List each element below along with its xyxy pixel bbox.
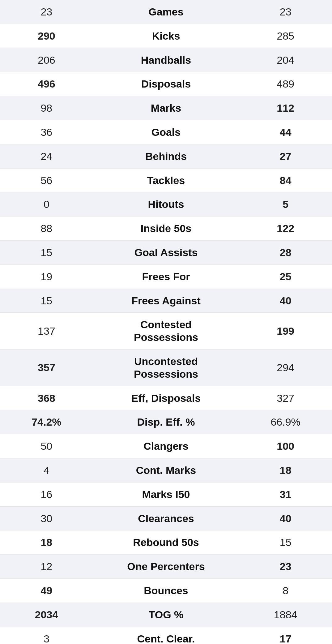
table-row: 4Cont. Marks18 — [0, 458, 332, 482]
table-row: 357UncontestedPossessions294 — [0, 349, 332, 386]
stat-left-value: 0 — [0, 192, 93, 217]
stat-right-value: 40 — [239, 289, 332, 313]
stat-left-value: 74.2% — [0, 410, 93, 434]
table-row: 15Frees Against40 — [0, 289, 332, 313]
table-row: 368Eff, Disposals327 — [0, 386, 332, 410]
stat-left-value: 12 — [0, 555, 93, 579]
stat-right-value: 31 — [239, 482, 332, 506]
stat-right-value: 23 — [239, 555, 332, 579]
table-row: 23Games23 — [0, 0, 332, 24]
stats-table: 23Games23290Kicks285206Handballs204496Di… — [0, 0, 332, 644]
table-row: 30Clearances40 — [0, 506, 332, 530]
stat-left-value: 290 — [0, 24, 93, 48]
stat-right-value: 66.9% — [239, 410, 332, 434]
stat-left-value: 16 — [0, 482, 93, 506]
table-row: 49Bounces8 — [0, 578, 332, 603]
table-row: 496Disposals489 — [0, 72, 332, 96]
stat-label: Bounces — [93, 578, 239, 603]
table-row: 290Kicks285 — [0, 24, 332, 48]
table-row: 56Tackles84 — [0, 168, 332, 192]
stat-left-value: 4 — [0, 458, 93, 482]
table-row: 24Behinds27 — [0, 144, 332, 168]
stat-right-value: 122 — [239, 217, 332, 241]
table-row: 15Goal Assists28 — [0, 240, 332, 264]
stat-label: Handballs — [93, 48, 239, 72]
table-row: 74.2%Disp. Eff. %66.9% — [0, 410, 332, 434]
table-row: 19Frees For25 — [0, 264, 332, 289]
stat-label: ContestedPossessions — [93, 313, 239, 350]
stat-left-value: 3 — [0, 627, 93, 644]
stat-label: Frees Against — [93, 289, 239, 313]
stat-label: Eff, Disposals — [93, 386, 239, 410]
stat-label: Inside 50s — [93, 217, 239, 241]
stat-left-value: 357 — [0, 349, 93, 386]
table-row: 137ContestedPossessions199 — [0, 313, 332, 350]
stat-right-value: 18 — [239, 458, 332, 482]
stat-label: Tackles — [93, 168, 239, 192]
stat-right-value: 28 — [239, 240, 332, 264]
stat-left-value: 18 — [0, 530, 93, 555]
table-row: 0Hitouts5 — [0, 192, 332, 217]
stat-right-value: 27 — [239, 144, 332, 168]
stat-right-value: 84 — [239, 168, 332, 192]
stat-right-value: 489 — [239, 72, 332, 96]
stat-left-value: 24 — [0, 144, 93, 168]
stat-left-value: 15 — [0, 289, 93, 313]
stat-left-value: 98 — [0, 96, 93, 120]
stat-left-value: 368 — [0, 386, 93, 410]
stat-label: Goal Assists — [93, 240, 239, 264]
stat-right-value: 1884 — [239, 603, 332, 627]
stat-label: UncontestedPossessions — [93, 349, 239, 386]
stat-left-value: 2034 — [0, 603, 93, 627]
table-row: 206Handballs204 — [0, 48, 332, 72]
table-row: 36Goals44 — [0, 120, 332, 144]
table-row: 50Clangers100 — [0, 434, 332, 458]
stat-label: Hitouts — [93, 192, 239, 217]
stat-label: Disposals — [93, 72, 239, 96]
stat-label: One Percenters — [93, 555, 239, 579]
table-row: 3Cent. Clear.17 — [0, 627, 332, 644]
stat-label: Goals — [93, 120, 239, 144]
stat-right-value: 15 — [239, 530, 332, 555]
stat-left-value: 49 — [0, 578, 93, 603]
stat-left-value: 88 — [0, 217, 93, 241]
stat-label: Games — [93, 0, 239, 24]
stat-label: Kicks — [93, 24, 239, 48]
stat-left-value: 30 — [0, 506, 93, 530]
stat-label: TOG % — [93, 603, 239, 627]
stat-right-value: 294 — [239, 349, 332, 386]
stat-label: Disp. Eff. % — [93, 410, 239, 434]
stat-right-value: 40 — [239, 506, 332, 530]
stat-label: Marks — [93, 96, 239, 120]
stat-right-value: 5 — [239, 192, 332, 217]
stat-label: Cent. Clear. — [93, 627, 239, 644]
stat-left-value: 137 — [0, 313, 93, 350]
stat-left-value: 206 — [0, 48, 93, 72]
stat-left-value: 19 — [0, 264, 93, 289]
stat-left-value: 15 — [0, 240, 93, 264]
stat-right-value: 8 — [239, 578, 332, 603]
stat-right-value: 327 — [239, 386, 332, 410]
stat-right-value: 285 — [239, 24, 332, 48]
stat-right-value: 17 — [239, 627, 332, 644]
stat-right-value: 112 — [239, 96, 332, 120]
stat-right-value: 204 — [239, 48, 332, 72]
table-row: 98Marks112 — [0, 96, 332, 120]
stat-label: Rebound 50s — [93, 530, 239, 555]
stat-label: Clearances — [93, 506, 239, 530]
table-row: 18Rebound 50s15 — [0, 530, 332, 555]
table-row: 16Marks I5031 — [0, 482, 332, 506]
stat-right-value: 23 — [239, 0, 332, 24]
stat-left-value: 496 — [0, 72, 93, 96]
stat-right-value: 44 — [239, 120, 332, 144]
table-row: 2034TOG %1884 — [0, 603, 332, 627]
stat-right-value: 25 — [239, 264, 332, 289]
stat-label: Cont. Marks — [93, 458, 239, 482]
stat-left-value: 50 — [0, 434, 93, 458]
stat-label: Behinds — [93, 144, 239, 168]
stat-label: Marks I50 — [93, 482, 239, 506]
table-row: 88Inside 50s122 — [0, 217, 332, 241]
stat-right-value: 199 — [239, 313, 332, 350]
stat-label: Frees For — [93, 264, 239, 289]
stat-left-value: 56 — [0, 168, 93, 192]
